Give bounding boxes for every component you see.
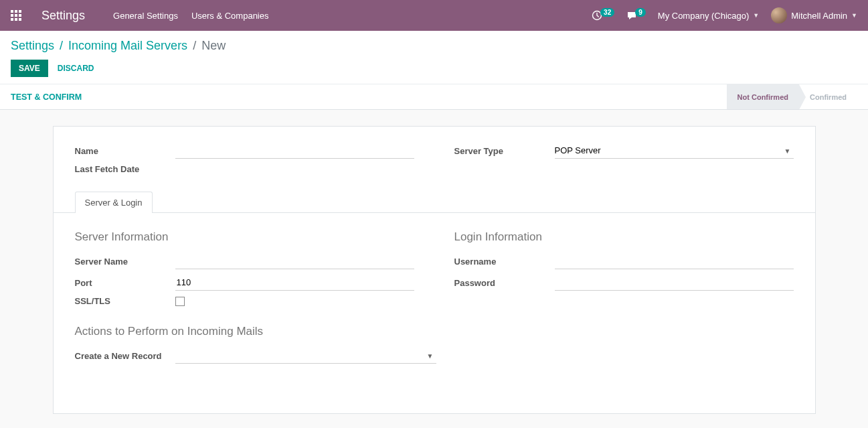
- breadcrumb-incoming-mail-servers[interactable]: Incoming Mail Servers: [68, 39, 187, 53]
- breadcrumb-current: New: [201, 39, 226, 53]
- breadcrumb: Settings / Incoming Mail Servers / New: [11, 39, 857, 53]
- tabs: Server & Login: [54, 192, 815, 213]
- user-menu[interactable]: Mitchell Admin ▼: [771, 7, 857, 23]
- caret-down-icon: ▼: [753, 12, 759, 19]
- server-info-title: Server Information: [75, 230, 414, 244]
- login-info-title: Login Information: [454, 230, 794, 244]
- menu-general-settings[interactable]: General Settings: [113, 11, 178, 21]
- port-input[interactable]: [175, 275, 414, 291]
- control-panel: Settings / Incoming Mail Servers / New S…: [0, 31, 868, 84]
- caret-down-icon: ▼: [851, 12, 857, 19]
- menu-users-companies[interactable]: Users & Companies: [191, 11, 269, 21]
- name-input[interactable]: [175, 143, 414, 159]
- tab-server-login[interactable]: Server & Login: [75, 192, 153, 213]
- server-name-input[interactable]: [175, 253, 414, 269]
- ssl-tls-checkbox[interactable]: [175, 297, 185, 306]
- server-name-label: Server Name: [75, 257, 175, 267]
- password-label: Password: [454, 278, 555, 288]
- ssl-tls-label: SSL/TLS: [75, 296, 175, 306]
- server-type-select[interactable]: [555, 143, 794, 159]
- activity-badge: 32: [600, 8, 614, 17]
- user-name: Mitchell Admin: [791, 11, 847, 21]
- server-type-label: Server Type: [454, 146, 555, 156]
- status-confirmed[interactable]: Confirmed: [799, 84, 857, 109]
- activity-icon[interactable]: 32: [592, 10, 614, 21]
- username-input[interactable]: [555, 253, 794, 269]
- status-not-confirmed[interactable]: Not Confirmed: [727, 84, 799, 109]
- messaging-badge: 9: [635, 8, 646, 17]
- avatar: [771, 7, 787, 23]
- port-label: Port: [75, 278, 175, 288]
- status-bar: Test & Confirm Not Confirmed Confirmed: [0, 84, 868, 110]
- app-brand: Settings: [41, 9, 85, 23]
- create-record-select[interactable]: [175, 348, 436, 364]
- username-label: Username: [454, 257, 555, 267]
- create-record-label: Create a New Record: [75, 351, 175, 361]
- breadcrumb-settings[interactable]: Settings: [11, 39, 54, 53]
- company-selector[interactable]: My Company (Chicago) ▼: [658, 11, 759, 21]
- messaging-icon[interactable]: 9: [626, 10, 646, 21]
- test-confirm-button[interactable]: Test & Confirm: [11, 92, 82, 102]
- form-sheet: Name Last Fetch Date Server Type ▼ Serve…: [53, 126, 816, 414]
- company-name: My Company (Chicago): [658, 11, 750, 21]
- password-input[interactable]: [555, 275, 794, 291]
- last-fetch-label: Last Fetch Date: [75, 164, 175, 174]
- top-nav: Settings General Settings Users & Compan…: [0, 0, 868, 31]
- apps-icon[interactable]: [11, 10, 21, 21]
- name-label: Name: [75, 146, 175, 156]
- save-button[interactable]: Save: [11, 60, 48, 77]
- discard-button[interactable]: Discard: [58, 64, 94, 73]
- status-steps: Not Confirmed Confirmed: [727, 84, 857, 109]
- actions-title: Actions to Perform on Incoming Mails: [75, 325, 794, 338]
